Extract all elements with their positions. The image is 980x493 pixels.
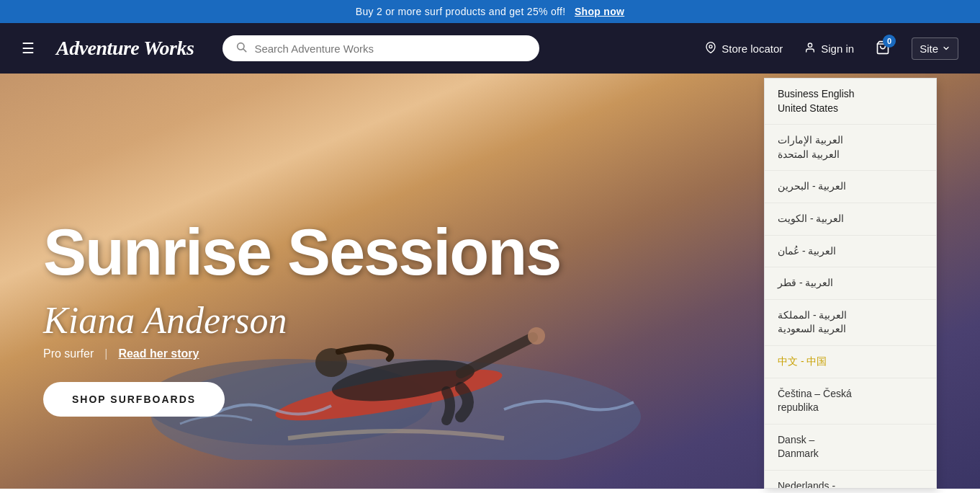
read-story-link[interactable]: Read her story [118, 347, 199, 360]
site-dropdown-item[interactable]: العربية - المملكة العربية السعودية [765, 300, 936, 346]
site-dropdown: Business English United Statesالعربية ال… [764, 78, 937, 489]
header: ☰ Adventure Works Store locator [0, 23, 980, 74]
site-dropdown-item[interactable]: Business English United States [765, 79, 936, 125]
site-dropdown-item[interactable]: Nederlands - België [765, 471, 936, 489]
sign-in[interactable]: Sign in [804, 42, 854, 55]
hero-title: Sunrise Sessions [43, 220, 560, 285]
site-dropdown-item[interactable]: العربية - قطر [765, 267, 936, 300]
svg-point-3 [809, 43, 812, 47]
svg-point-2 [709, 45, 712, 48]
svg-line-1 [243, 49, 246, 52]
shop-surfboards-button[interactable]: SHOP SURFBOARDS [43, 382, 225, 417]
promo-link[interactable]: Shop now [575, 6, 624, 17]
search-input[interactable] [254, 43, 526, 55]
header-actions: Store locator Sign in 0 Site [705, 37, 958, 60]
surfer-role: Pro surfer [43, 347, 94, 360]
brand-logo[interactable]: Adventure Works [56, 37, 194, 60]
site-label: Site [920, 43, 938, 55]
promo-text: Buy 2 or more surf products and get 25% … [356, 6, 566, 17]
promo-banner: Buy 2 or more surf products and get 25% … [0, 0, 980, 23]
site-dropdown-item[interactable]: العربية الإمارات العربية المتحدة [765, 125, 936, 171]
site-dropdown-item[interactable]: 中文 - 中国 [765, 346, 936, 378]
hero-content: Sunrise Sessions Kiana Anderson Pro surf… [43, 220, 560, 417]
chevron-down-icon [942, 43, 950, 55]
site-dropdown-item[interactable]: العربية - البحرين [765, 171, 936, 203]
hero-subtitle: Pro surfer | Read her story [43, 347, 560, 360]
site-dropdown-item[interactable]: Dansk – Danmark [765, 425, 936, 471]
sign-in-label: Sign in [821, 43, 854, 55]
search-icon [235, 41, 247, 55]
subtitle-divider: | [104, 347, 107, 360]
site-dropdown-item[interactable]: Čeština – Česká republika [765, 378, 936, 425]
store-locator-label: Store locator [721, 43, 783, 55]
site-selector[interactable]: Site [912, 37, 958, 60]
user-icon [804, 42, 816, 55]
cart[interactable]: 0 [876, 40, 890, 57]
hamburger-menu-icon[interactable]: ☰ [22, 40, 35, 57]
search-bar [222, 35, 539, 61]
site-dropdown-item[interactable]: العربية - عُمان [765, 236, 936, 268]
cart-count: 0 [883, 35, 896, 48]
site-dropdown-item[interactable]: العربية - الكويت [765, 203, 936, 236]
surfer-name: Kiana Anderson [43, 299, 560, 342]
location-icon [705, 42, 716, 55]
store-locator[interactable]: Store locator [705, 42, 783, 55]
